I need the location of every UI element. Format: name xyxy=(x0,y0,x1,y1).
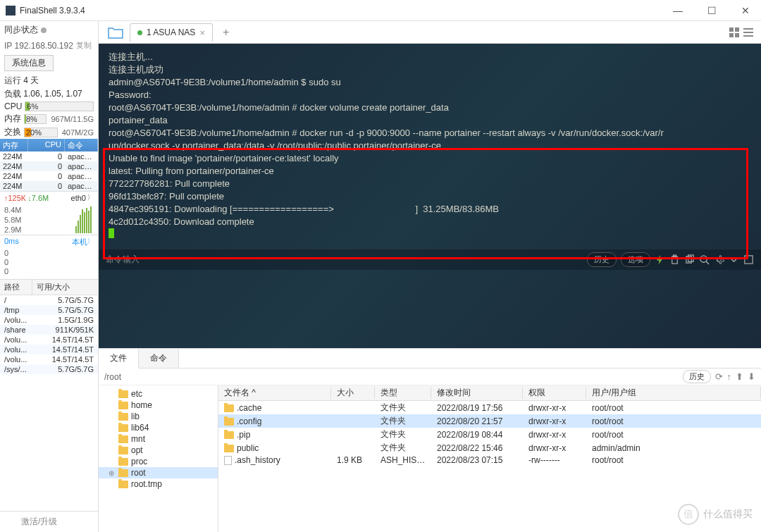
disk-row[interactable]: /tmp5.7G/5.7G xyxy=(0,305,98,315)
up-arrow-icon[interactable]: ↑ xyxy=(727,371,732,382)
tree-item[interactable]: lib xyxy=(99,411,218,422)
directory-tree[interactable]: etchomeliblib64mntoptproc⊕rootroot.tmp xyxy=(99,385,218,532)
terminal-line: root@AS6704T-9E3B:/volume1/home/admin # … xyxy=(109,101,751,114)
network-stats-row[interactable]: ↑125K ↓7.6M eth0 〉 xyxy=(0,191,98,204)
minimize-button[interactable]: — xyxy=(668,4,688,18)
options-button[interactable]: 选项 xyxy=(621,252,650,267)
tree-item[interactable]: etc xyxy=(99,388,218,400)
chevron-icon: 〉 xyxy=(87,193,94,202)
close-button[interactable]: ✕ xyxy=(736,4,755,18)
current-path[interactable]: /root xyxy=(104,372,683,382)
folder-icon xyxy=(224,431,234,439)
system-info-button[interactable]: 系统信息 xyxy=(4,55,54,71)
svg-rect-1 xyxy=(735,27,739,32)
tab-files[interactable]: 文件 xyxy=(99,349,139,369)
tree-item[interactable]: proc xyxy=(99,456,218,467)
expand-icon[interactable] xyxy=(743,254,754,265)
folder-icon xyxy=(118,481,128,488)
window-title: FinalShell 3.9.3.4 xyxy=(20,6,668,16)
chevron-down-icon[interactable] xyxy=(729,254,739,265)
memory-usage-row: 内存 8% 967M/11.5G xyxy=(0,112,98,125)
cpu-usage-row: CPU 6% xyxy=(0,101,98,112)
file-row[interactable]: public文件夹2022/08/22 15:46drwxr-xr-xadmin… xyxy=(218,441,761,454)
folder-icon xyxy=(118,413,128,421)
tree-item[interactable]: lib64 xyxy=(99,422,218,433)
process-table-header: 内存 CPU 命令 xyxy=(0,139,98,151)
maximize-button[interactable]: ☐ xyxy=(702,4,722,18)
terminal-cursor xyxy=(109,228,114,238)
process-row[interactable]: 224M0apache2 xyxy=(0,171,98,181)
activate-upgrade-link[interactable]: 激活/升级 xyxy=(0,511,98,532)
add-tab-button[interactable]: + xyxy=(218,26,233,39)
process-row[interactable]: 224M0apache2 xyxy=(0,181,98,191)
grid-view-icon[interactable] xyxy=(729,27,740,38)
search-icon[interactable] xyxy=(699,254,710,265)
tree-item[interactable]: mnt xyxy=(99,433,218,445)
refresh-icon[interactable]: ⟳ xyxy=(715,371,723,382)
status-sidebar: 同步状态 IP 192.168.50.192 复制 系统信息 运行 4 天 负载… xyxy=(0,21,99,532)
folder-icon xyxy=(224,404,234,412)
path-history-button[interactable]: 历史 xyxy=(683,370,711,383)
svg-rect-0 xyxy=(729,27,734,32)
tree-item[interactable]: root.tmp xyxy=(99,478,218,490)
process-row[interactable]: 224M0apache2 xyxy=(0,161,98,171)
clipboard-icon[interactable] xyxy=(669,254,680,265)
open-folder-icon[interactable] xyxy=(107,25,124,39)
upload-speed: ↑125K xyxy=(4,194,26,202)
terminal-panel[interactable]: 连接主机...连接主机成功admin@AS6704T-9E3B:/volume1… xyxy=(99,44,761,348)
file-list[interactable]: 文件名 ^ 大小 类型 修改时间 权限 用户/用户组 .cache文件夹2022… xyxy=(218,385,761,532)
lightning-icon[interactable] xyxy=(655,254,665,265)
uptime-text: 运行 4 天 xyxy=(0,74,98,87)
terminal-line: 96fd13befc87: Pull complete xyxy=(109,190,751,203)
command-input[interactable]: 命令输入 xyxy=(106,254,140,266)
disk-row[interactable]: /volu...14.5T/14.5T xyxy=(0,354,98,364)
terminal-line: 连接主机... xyxy=(109,51,751,63)
sync-status-dot-icon xyxy=(41,27,47,33)
disk-row[interactable]: /volu...1.5G/1.9G xyxy=(0,315,98,325)
history-button[interactable]: 历史 xyxy=(587,252,617,267)
upload-icon[interactable]: ⬆ xyxy=(736,371,743,382)
sort-icon: ^ xyxy=(252,388,256,397)
file-icon xyxy=(224,456,232,465)
ip-address: IP 192.168.50.192 xyxy=(4,41,73,51)
terminal-line: Unable to find image 'portainer/portaine… xyxy=(109,152,751,165)
copy-ip-button[interactable]: 复制 xyxy=(76,40,92,51)
file-row[interactable]: .config文件夹2022/08/20 21:57drwxr-xr-xroot… xyxy=(218,414,761,428)
session-tab[interactable]: 1 ASUA NAS × xyxy=(130,23,213,42)
folder-icon xyxy=(118,390,128,398)
close-tab-icon[interactable]: × xyxy=(199,27,205,38)
disk-row[interactable]: /share911K/951K xyxy=(0,325,98,335)
tree-item[interactable]: opt xyxy=(99,445,218,456)
connection-status-dot-icon xyxy=(137,30,142,35)
tree-item[interactable]: ⊕root xyxy=(99,467,218,478)
file-list-header[interactable]: 文件名 ^ 大小 类型 修改时间 权限 用户/用户组 xyxy=(218,385,761,401)
copy-icon[interactable] xyxy=(684,254,695,265)
svg-rect-13 xyxy=(745,256,753,264)
download-icon[interactable]: ⬇ xyxy=(748,371,755,382)
gear-icon[interactable] xyxy=(714,254,724,265)
tree-item[interactable]: home xyxy=(99,400,218,411)
folder-icon xyxy=(118,435,128,443)
file-row[interactable]: .cache文件夹2022/08/19 17:56drwxr-xr-xroot/… xyxy=(218,401,761,414)
svg-rect-4 xyxy=(743,28,753,30)
disk-row[interactable]: /5.7G/5.7G xyxy=(0,295,98,305)
window-titlebar: FinalShell 3.9.3.4 — ☐ ✕ xyxy=(0,0,761,21)
tab-commands[interactable]: 命令 xyxy=(139,349,179,368)
process-row[interactable]: 224M0apache2 xyxy=(0,151,98,161)
disk-table-header: 路径 可用/大小 xyxy=(0,280,98,295)
chevron-icon: 〉 xyxy=(87,237,94,247)
file-row[interactable]: .ash_history1.9 KBASH_HIST...2022/08/23 … xyxy=(218,454,761,466)
terminal-line: portainer_data xyxy=(109,114,751,127)
disk-row[interactable]: /volu...14.5T/14.5T xyxy=(0,345,98,354)
disk-row[interactable]: /volu...14.5T/14.5T xyxy=(0,335,98,345)
list-view-icon[interactable] xyxy=(743,27,754,38)
folder-icon xyxy=(118,447,128,454)
file-row[interactable]: .pip文件夹2022/08/19 08:44drwxr-xr-xroot/ro… xyxy=(218,428,761,441)
svg-rect-5 xyxy=(743,32,753,33)
disk-row[interactable]: /sys/...5.7G/5.7G xyxy=(0,364,98,374)
tab-label: 1 ASUA NAS xyxy=(147,27,195,37)
ping-row[interactable]: 0ms 本机 〉 xyxy=(0,235,98,249)
terminal-line: Password: xyxy=(109,89,751,101)
terminal-line: 772227786281: Pull complete xyxy=(109,178,751,190)
svg-point-11 xyxy=(700,256,707,262)
